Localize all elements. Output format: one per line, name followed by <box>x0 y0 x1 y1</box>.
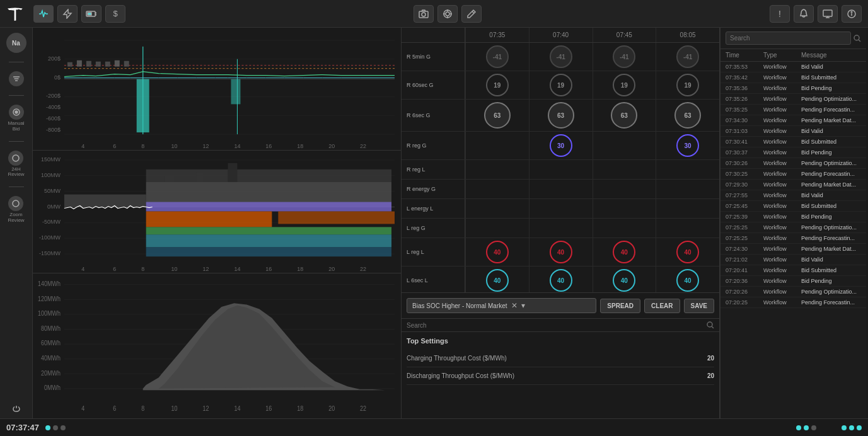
monitor-nav-btn[interactable] <box>818 5 838 23</box>
svg-text:20MWh: 20MWh <box>41 369 61 377</box>
svg-line-128 <box>712 326 714 328</box>
settings-discharging-value: 20 <box>707 372 714 379</box>
target-nav-btn[interactable] <box>437 5 458 23</box>
battery-nav-btn[interactable] <box>81 5 101 23</box>
log-entry-message: Pending Market Dat... <box>801 117 861 123</box>
log-entry: 07:20:41 Workflow Bid Submitted <box>720 265 866 276</box>
log-entry-type: Workflow <box>763 278 801 284</box>
sidebar-item-manual-bid[interactable]: ManualBid <box>8 105 24 132</box>
settings-tag-close[interactable]: ✕ <box>511 301 518 310</box>
log-entry-message: Pending Forecastin... <box>801 299 861 306</box>
log-search-input[interactable] <box>726 32 851 45</box>
log-entry: 07:30:41 Workflow Bid Submitted <box>720 137 866 147</box>
svg-text:12: 12 <box>203 404 209 412</box>
svg-rect-47 <box>67 62 72 67</box>
svg-rect-15 <box>823 10 832 16</box>
pen-nav-btn[interactable] <box>461 5 482 23</box>
log-entry: 07:21:02 Workflow Bid Valid <box>720 255 866 265</box>
sidebar-item-24h-review[interactable]: 24HReview <box>8 151 24 178</box>
log-entry-type: Workflow <box>763 246 801 252</box>
svg-text:14: 14 <box>234 266 240 272</box>
nav-icons-right: ! <box>770 5 862 23</box>
svg-text:4: 4 <box>81 404 84 412</box>
log-entry-message: Pending Optimizatio... <box>801 96 861 102</box>
info-nav-btn[interactable] <box>842 5 862 23</box>
camera-nav-btn[interactable] <box>414 5 434 23</box>
save-button[interactable]: SAVE <box>684 299 715 313</box>
svg-point-26 <box>13 155 19 161</box>
log-entry-time: 07:20:41 <box>726 267 763 273</box>
dollar-chart-svg: 200$ 0$ -200$ -400$ -600$ -800$ <box>33 28 401 150</box>
svg-text:-600$: -600$ <box>46 115 61 122</box>
log-entry: 07:20:26 Workflow Pending Optimizatio... <box>720 287 866 297</box>
svg-text:6: 6 <box>113 143 116 149</box>
sidebar-item-filter[interactable] <box>9 71 24 86</box>
bid-row-r5ming: R 5min G -41 -41 -41 -41 <box>402 43 719 71</box>
svg-text:4: 4 <box>81 266 84 272</box>
log-entry: 07:25:25 Workflow Pending Optimizatio... <box>720 222 866 233</box>
log-search-bar <box>720 28 866 49</box>
log-entry-message: Bid Pending <box>801 85 861 91</box>
log-entry-type: Workflow <box>763 267 801 273</box>
log-entry-message: Pending Optimizatio... <box>801 289 861 295</box>
status-bar: 07:37:47 <box>0 418 868 436</box>
svg-text:10: 10 <box>171 266 178 272</box>
bid-row-lenergyL: L energy L <box>402 199 719 219</box>
log-entry: 07:30:26 Workflow Pending Optimizatio... <box>720 158 866 169</box>
pulse-nav-btn[interactable] <box>33 5 54 23</box>
alert-nav-btn[interactable]: ! <box>770 5 790 23</box>
status-dot-2 <box>53 425 58 430</box>
bell-nav-btn[interactable] <box>794 5 814 23</box>
log-entry-type: Workflow <box>763 106 801 113</box>
svg-rect-85 <box>146 227 391 234</box>
log-entry-time: 07:21:02 <box>726 256 763 263</box>
settings-search-icon <box>707 321 714 329</box>
spread-button[interactable]: SPREAD <box>600 299 640 313</box>
svg-text:14: 14 <box>234 404 240 412</box>
svg-rect-83 <box>146 212 272 227</box>
status-dot-3 <box>61 425 66 430</box>
svg-text:200$: 200$ <box>48 55 61 62</box>
sidebar-power-btn[interactable] <box>13 404 20 413</box>
right-log-panel: Time Type Message 07:35:53 Workflow Bid … <box>720 28 866 418</box>
log-entry-message: Bid Submitted <box>801 203 861 209</box>
sidebar-item-zoom-review[interactable]: ZoomReview <box>8 196 24 224</box>
log-entry-time: 07:34:30 <box>726 117 763 123</box>
log-entry-message: Bid Pending <box>801 214 861 220</box>
log-entry: 07:25:25 Workflow Pending Forecastin... <box>720 233 866 244</box>
log-entry-type: Workflow <box>763 235 801 241</box>
svg-text:18: 18 <box>297 404 303 412</box>
svg-text:22: 22 <box>360 266 366 272</box>
svg-text:0MW: 0MW <box>47 204 61 210</box>
log-entry-type: Workflow <box>763 117 801 123</box>
svg-text:16: 16 <box>265 143 272 149</box>
nav-icons-center <box>414 5 482 23</box>
svg-rect-79 <box>64 195 146 207</box>
status-time: 07:37:47 <box>6 423 39 432</box>
log-entry: 07:30:37 Workflow Bid Pending <box>720 147 866 158</box>
log-entry: 07:20:36 Workflow Bid Pending <box>720 276 866 287</box>
log-entry-type: Workflow <box>763 171 801 177</box>
main-content: Na ManualBid <box>0 28 868 418</box>
zap-nav-btn[interactable] <box>57 5 78 23</box>
svg-rect-53 <box>124 61 129 67</box>
svg-rect-52 <box>115 60 120 67</box>
svg-rect-51 <box>105 62 110 67</box>
settings-search-input[interactable] <box>407 322 707 329</box>
svg-text:22: 22 <box>360 143 366 149</box>
svg-rect-90 <box>228 163 237 182</box>
log-entry-message: Pending Optimizatio... <box>801 224 861 231</box>
log-entry-time: 07:20:26 <box>726 289 763 295</box>
log-entry-type: Workflow <box>763 214 801 220</box>
user-avatar[interactable]: Na <box>6 33 26 53</box>
svg-text:-200$: -200$ <box>46 93 61 99</box>
log-entry: 07:35:42 Workflow Bid Submitted <box>720 72 866 83</box>
log-entry-message: Bid Valid <box>801 128 861 134</box>
svg-point-9 <box>446 12 449 16</box>
svg-text:-800$: -800$ <box>46 127 61 133</box>
settings-tag-arrow[interactable]: ▾ <box>521 301 525 310</box>
log-entry-type: Workflow <box>763 149 801 156</box>
clear-button[interactable]: CLEAR <box>644 299 680 313</box>
log-entry: 07:35:53 Workflow Bid Valid <box>720 62 866 72</box>
dollar-nav-btn[interactable]: $ <box>105 5 125 23</box>
